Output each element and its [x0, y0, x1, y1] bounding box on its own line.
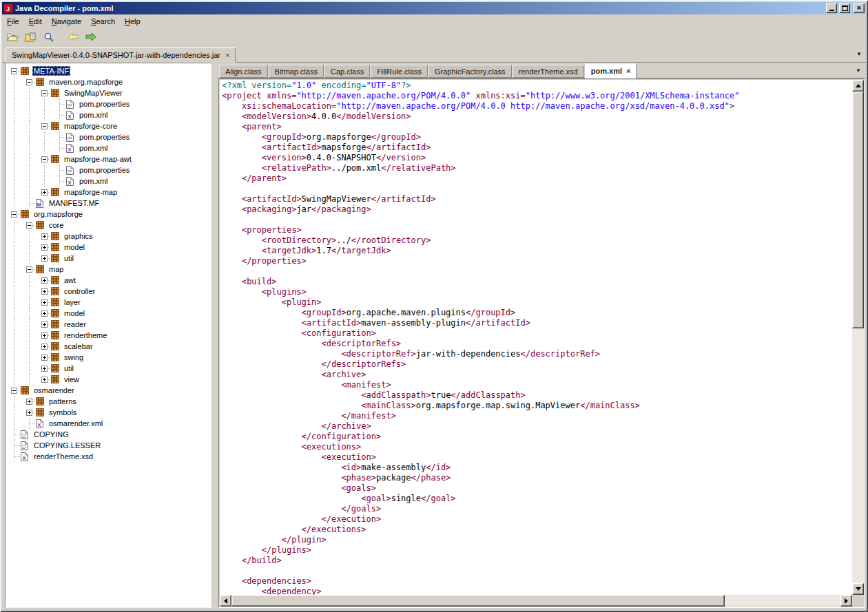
menu-help[interactable]: Help: [120, 14, 145, 28]
title-bar[interactable]: J Java Decompiler - pom.xml ×: [2, 2, 866, 14]
tree-item-mapsforge-map-awt[interactable]: mapsforge-map-awt: [6, 154, 211, 165]
expand-toggle[interactable]: [41, 333, 48, 339]
tree-item-pom-properties[interactable]: pom.properties: [6, 131, 211, 143]
collapse-toggle[interactable]: [26, 222, 32, 229]
scroll-left-button[interactable]: [220, 595, 231, 606]
collapse-toggle[interactable]: [26, 266, 32, 273]
expander-slot: [25, 418, 34, 429]
tree-item-model[interactable]: model: [6, 242, 211, 253]
collapse-toggle[interactable]: [11, 68, 17, 74]
tree-item-maven-org-mapsforge[interactable]: maven.org.mapsforge: [6, 76, 211, 87]
tree-item-pom-xml[interactable]: Xpom.xml: [6, 109, 211, 120]
editor-tab-list-dropdown[interactable]: ▼: [856, 67, 861, 74]
tree-item-layer[interactable]: layer: [6, 297, 211, 308]
tree-item-pom-xml[interactable]: Xpom.xml: [6, 176, 211, 187]
vertical-scrollbar[interactable]: [852, 80, 864, 595]
package-icon: [36, 78, 45, 87]
jar-tab-swingmapviewer-0-4-0-snapshot-jar-with-dependencies-jar[interactable]: SwingMapViewer-0.4.0-SNAPSHOT-jar-with-d…: [6, 48, 236, 63]
open-type-button[interactable]: [22, 29, 39, 45]
expand-toggle[interactable]: [41, 310, 48, 317]
expand-toggle[interactable]: [41, 277, 48, 284]
collapse-toggle[interactable]: [26, 79, 32, 85]
tree-item-pom-xml[interactable]: Xpom.xml: [6, 143, 211, 154]
tree-item-model[interactable]: model: [6, 308, 211, 319]
expand-toggle[interactable]: [41, 233, 48, 240]
expand-toggle[interactable]: [41, 321, 48, 328]
collapse-toggle[interactable]: [11, 388, 17, 394]
horizontal-scroll-thumb[interactable]: [231, 595, 725, 606]
scroll-right-button[interactable]: [840, 595, 852, 606]
horizontal-scrollbar[interactable]: [220, 595, 852, 606]
collapse-toggle[interactable]: [11, 211, 17, 218]
editor-tab-graphicfactory-class[interactable]: GraphicFactory.class: [428, 65, 512, 78]
back-button[interactable]: [64, 29, 81, 45]
tree-item-awt[interactable]: awt: [6, 275, 211, 286]
expand-toggle[interactable]: [41, 288, 48, 295]
tree-item-symbols[interactable]: symbols: [6, 407, 211, 418]
package-icon: [51, 298, 60, 307]
tree-item-scalebar[interactable]: scalebar: [6, 341, 211, 352]
menu-search[interactable]: Search: [86, 14, 120, 28]
collapse-toggle[interactable]: [41, 90, 48, 96]
close-tab-icon[interactable]: ×: [225, 52, 229, 59]
tree-item-osmarender-xml[interactable]: Xosmarender.xml: [6, 418, 211, 429]
tree-item-copying[interactable]: COPYING: [6, 429, 211, 440]
maximize-button[interactable]: [839, 3, 850, 13]
expand-toggle[interactable]: [26, 410, 32, 416]
tree-item-controller[interactable]: controller: [6, 286, 211, 297]
tree-item-copying-lesser[interactable]: COPYING.LESSER: [6, 440, 211, 451]
code-editor[interactable]: <?xml version="1.0" encoding="UTF-8"?> <…: [220, 80, 852, 595]
collapse-toggle[interactable]: [41, 123, 48, 129]
tree-item-pom-properties[interactable]: pom.properties: [6, 165, 211, 176]
expand-toggle[interactable]: [41, 344, 48, 350]
tree-item-osmarender[interactable]: osmarender: [6, 385, 211, 396]
search-button[interactable]: [40, 29, 57, 45]
menu-navigate[interactable]: Navigate: [47, 14, 86, 28]
tree-item-meta-inf[interactable]: META-INF: [6, 65, 211, 76]
tree-item-graphics[interactable]: graphics: [6, 231, 211, 242]
tree-item-view[interactable]: view: [6, 374, 211, 385]
scroll-up-button[interactable]: [852, 80, 864, 92]
minimize-button[interactable]: [826, 3, 837, 13]
expand-toggle[interactable]: [41, 189, 48, 196]
menu-file[interactable]: File: [2, 14, 24, 28]
tree-item-manifest-mf[interactable]: MMANIFEST.MF: [6, 198, 211, 209]
close-button[interactable]: ×: [854, 3, 865, 13]
editor-tab-bitmap-class[interactable]: Bitmap.class: [269, 65, 324, 78]
expand-toggle[interactable]: [41, 299, 48, 306]
expand-toggle[interactable]: [26, 399, 32, 405]
tree-item-reader[interactable]: reader: [6, 319, 211, 330]
split-handle[interactable]: [211, 63, 218, 608]
tree-item-mapsforge-map[interactable]: mapsforge-map: [6, 187, 211, 198]
menu-edit[interactable]: Edit: [24, 14, 47, 28]
editor-tab-pom-xml[interactable]: pom.xml×: [585, 63, 637, 78]
editor-tab-align-class[interactable]: Align.class: [219, 65, 268, 78]
expand-toggle[interactable]: [41, 255, 48, 262]
expand-toggle[interactable]: [41, 377, 48, 383]
jar-tab-list-dropdown[interactable]: ▼: [856, 51, 862, 57]
tree-item-util[interactable]: util: [6, 363, 211, 374]
expand-toggle[interactable]: [41, 355, 48, 361]
tree-item-swing[interactable]: swing: [6, 352, 211, 363]
collapse-toggle[interactable]: [41, 156, 48, 162]
tree-item-pom-properties[interactable]: pom.properties: [6, 98, 211, 109]
tree-item-swingmapviewer[interactable]: SwingMapViewer: [6, 87, 211, 98]
tree-item-rendertheme[interactable]: rendertheme: [6, 330, 211, 341]
close-tab-icon[interactable]: ×: [626, 67, 630, 75]
editor-tab-rendertheme-xsd[interactable]: renderTheme.xsd: [513, 65, 584, 78]
open-file-button[interactable]: [4, 29, 21, 45]
tree-item-map[interactable]: map: [6, 264, 211, 275]
expand-toggle[interactable]: [41, 244, 48, 251]
expand-toggle[interactable]: [41, 366, 48, 372]
tree-item-rendertheme-xsd[interactable]: XrenderTheme.xsd: [6, 451, 211, 462]
editor-tab-fillrule-class[interactable]: FillRule.class: [371, 65, 428, 78]
tree-item-org-mapsforge[interactable]: org.mapsforge: [6, 209, 211, 220]
scroll-down-button[interactable]: [852, 583, 864, 595]
vertical-scroll-thumb[interactable]: [852, 92, 864, 328]
tree-item-mapsforge-core[interactable]: mapsforge-core: [6, 120, 211, 131]
forward-button[interactable]: [82, 29, 99, 45]
editor-tab-cap-class[interactable]: Cap.class: [324, 65, 370, 78]
tree-item-core[interactable]: core: [6, 220, 211, 231]
tree-item-patterns[interactable]: patterns: [6, 396, 211, 407]
tree-item-util[interactable]: util: [6, 253, 211, 264]
